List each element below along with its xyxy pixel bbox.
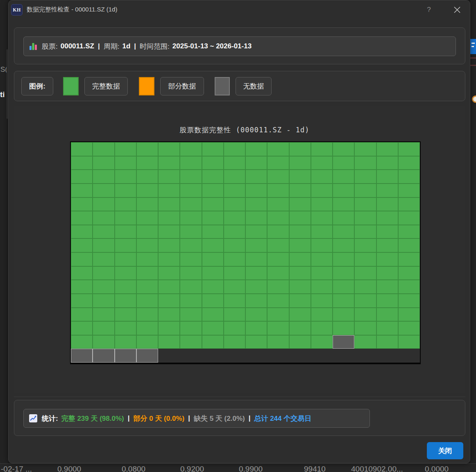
heatmap-cell: [71, 184, 93, 197]
heatmap-cell: [398, 252, 420, 266]
heatmap-cell: [245, 170, 267, 184]
heatmap-cell: [71, 308, 93, 322]
heatmap-cell: [398, 280, 420, 294]
close-icon[interactable]: [451, 4, 463, 16]
heatmap-cell: [333, 280, 354, 294]
stats-prefix: 统计:: [42, 414, 58, 423]
heatmap-cell: [376, 308, 398, 322]
heatmap-cell: [180, 225, 202, 239]
separator: |: [98, 42, 100, 50]
background-cell-value: 0.9000: [57, 465, 81, 472]
heatmap-cell: [245, 280, 267, 294]
heatmap-cell: [333, 294, 354, 308]
heatmap-cell: [71, 211, 93, 225]
heatmap-cell: [376, 321, 398, 335]
legend-swatch-partial: [139, 77, 154, 95]
heatmap-cell: [136, 252, 158, 266]
heatmap-cell: [115, 280, 136, 294]
heatmap-cell: [180, 252, 202, 266]
heatmap-cell: [289, 170, 311, 184]
heatmap-cell: [202, 308, 224, 322]
heatmap-cell: [376, 349, 398, 363]
legend-title: 图例:: [21, 77, 53, 95]
heatmap-cell: [180, 184, 202, 197]
period-value: 1d: [122, 42, 130, 50]
heatmap-cell: [115, 349, 136, 363]
heatmap-cell: [311, 225, 333, 239]
heatmap-cell: [115, 211, 136, 225]
heatmap-cell: [180, 308, 202, 322]
heatmap-cell: [289, 335, 311, 349]
title-bar[interactable]: KH 数据完整性检查 - 000011.SZ (1d) ?: [9, 0, 470, 19]
heatmap-cell: [376, 197, 398, 211]
legend-label-partial: 部分数据: [160, 77, 204, 95]
heatmap-cell: [245, 321, 267, 335]
heatmap-cell: [115, 238, 136, 252]
heatmap-cell: [354, 142, 376, 156]
heatmap-cell: [224, 280, 245, 294]
heatmap-cell: [311, 211, 333, 225]
heatmap-cell: [311, 197, 333, 211]
heatmap-cell: [71, 321, 93, 335]
heatmap-cell: [71, 280, 93, 294]
help-button[interactable]: ?: [423, 4, 435, 16]
heatmap-cell: [354, 238, 376, 252]
heatmap-cell: [224, 308, 245, 322]
heatmap-cell: [158, 225, 180, 239]
heatmap-cell: [224, 225, 245, 239]
heatmap-cell: [398, 225, 420, 239]
legend-group: 图例: 完整数据 部分数据 无数据: [14, 71, 465, 101]
heatmap-cell: [71, 238, 93, 252]
heatmap-cell: [398, 197, 420, 211]
heatmap-cell: [180, 170, 202, 184]
divider: [14, 397, 465, 397]
heatmap-cell: [398, 321, 420, 335]
heatmap-cell: [224, 252, 245, 266]
heatmap-cell: [245, 308, 267, 322]
window-title: 数据完整性检查 - 000011.SZ (1d): [27, 6, 117, 14]
heatmap-cell: [398, 266, 420, 280]
bar-chart-icon: [29, 42, 38, 51]
heatmap-cell: [202, 321, 224, 335]
background-cell-value: 99410: [304, 465, 326, 472]
heatmap-cell: [71, 294, 93, 308]
heatmap-cell: [289, 142, 311, 156]
heatmap-cell: [376, 184, 398, 197]
heatmap-cell: [354, 349, 376, 363]
heatmap-cell: [136, 156, 158, 170]
background-blue-button-fragment: [470, 39, 476, 54]
legend-label-complete: 完整数据: [84, 77, 128, 95]
heatmap-cell: [333, 335, 354, 349]
heatmap-cell: [136, 335, 158, 349]
chart-title: 股票数据完整性 (000011.SZ - 1d): [70, 125, 419, 135]
heatmap-cell: [224, 211, 245, 225]
heatmap-cell: [136, 142, 158, 156]
heatmap-cell: [376, 266, 398, 280]
heatmap-cell: [202, 211, 224, 225]
heatmap-cell: [245, 252, 267, 266]
heatmap-cell: [376, 335, 398, 349]
heatmap-cell: [136, 225, 158, 239]
heatmap-cell: [267, 321, 289, 335]
heatmap-cell: [93, 335, 114, 349]
heatmap-cell: [71, 156, 93, 170]
heatmap-cell: [398, 211, 420, 225]
heatmap-cell: [93, 349, 114, 363]
heatmap-cell: [136, 321, 158, 335]
heatmap-cell: [180, 197, 202, 211]
heatmap-cell: [202, 170, 224, 184]
background-cell-value: 0.9900: [239, 465, 263, 472]
close-button[interactable]: 关闭: [427, 442, 463, 459]
heatmap-cell: [311, 349, 333, 363]
heatmap-cell: [354, 225, 376, 239]
heatmap-cell: [398, 308, 420, 322]
heatmap-cell: [115, 142, 136, 156]
heatmap-cell: [224, 266, 245, 280]
heatmap-cell: [398, 349, 420, 363]
heatmap-cell: [398, 294, 420, 308]
heatmap-cell: [158, 156, 180, 170]
separator: |: [249, 414, 251, 422]
heatmap-cell: [158, 349, 180, 363]
heatmap-cell: [158, 280, 180, 294]
heatmap-cell: [224, 321, 245, 335]
